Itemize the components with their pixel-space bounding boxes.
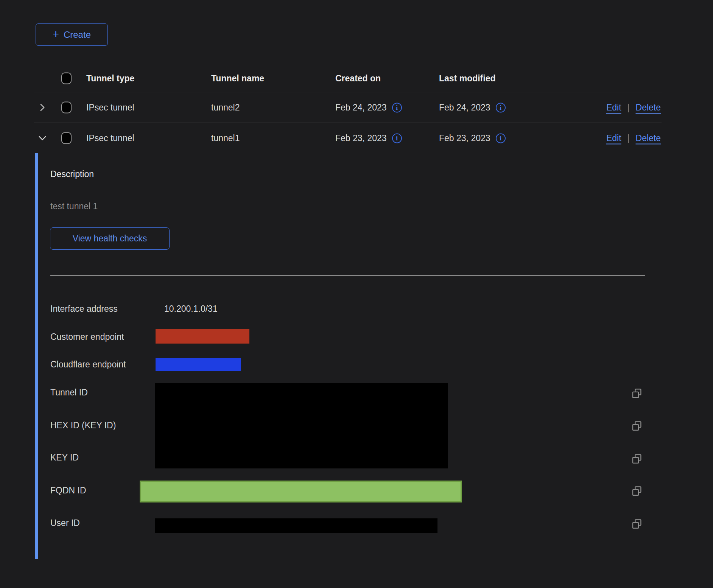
info-icon[interactable]: i [496, 103, 506, 112]
customer-endpoint-label: Customer endpoint [50, 332, 124, 342]
header-tunnel-name: Tunnel name [211, 73, 264, 83]
expanded-row-accent-bar [35, 153, 38, 559]
fqdn-id-redacted-value [140, 481, 462, 502]
tunnel-name-cell: tunnel2 [211, 103, 240, 113]
user-id-label: User ID [50, 518, 80, 528]
info-icon[interactable]: i [496, 133, 506, 143]
cloudflare-endpoint-redacted-value [156, 358, 241, 371]
created-on-date: Feb 24, 2023 [335, 103, 387, 113]
info-icon[interactable]: i [392, 103, 402, 112]
hex-id-label: HEX ID (KEY ID) [50, 420, 116, 431]
copy-user-id-icon[interactable] [631, 518, 643, 530]
action-separator: | [627, 133, 630, 143]
chevron-right-icon[interactable] [37, 102, 48, 113]
last-modified-cell: Feb 23, 2023 i [439, 133, 506, 143]
fqdn-id-label: FQDN ID [50, 485, 86, 496]
table-row: IPsec tunnel tunnel1 Feb 23, 2023 i Feb … [34, 123, 662, 153]
description-value: test tunnel 1 [50, 201, 98, 212]
cloudflare-endpoint-label: Cloudflare endpoint [50, 359, 126, 370]
table-header-row: Tunnel type Tunnel name Created on Last … [34, 64, 662, 92]
edit-link[interactable]: Edit [606, 103, 621, 113]
interface-address-value: 10.200.1.0/31 [164, 304, 218, 314]
select-all-checkbox[interactable] [61, 72, 72, 84]
row-actions: Edit | Delete [606, 103, 661, 113]
copy-key-id-icon[interactable] [631, 453, 643, 465]
section-divider [50, 275, 645, 276]
create-button-label: Create [64, 30, 91, 40]
chevron-down-icon[interactable] [37, 133, 48, 143]
tunnels-table: Tunnel type Tunnel name Created on Last … [34, 64, 662, 559]
copy-hex-id-icon[interactable] [631, 420, 643, 432]
select-row-checkbox[interactable] [61, 102, 72, 114]
last-modified-date: Feb 24, 2023 [439, 103, 490, 113]
copy-tunnel-id-icon[interactable] [631, 388, 643, 399]
create-button[interactable]: + Create [36, 23, 108, 46]
header-created-on: Created on [335, 73, 381, 83]
created-on-cell: Feb 24, 2023 i [335, 103, 402, 113]
select-row-checkbox[interactable] [61, 132, 72, 144]
interface-address-label: Interface address [50, 304, 118, 314]
copy-fqdn-id-icon[interactable] [631, 485, 643, 497]
delete-link[interactable]: Delete [636, 103, 661, 113]
plus-icon: + [53, 28, 59, 40]
last-modified-date: Feb 23, 2023 [439, 133, 490, 143]
view-health-checks-button[interactable]: View health checks [50, 227, 170, 250]
table-row: IPsec tunnel tunnel2 Feb 24, 2023 i Feb … [34, 92, 662, 123]
tunnels-page: + Create Tunnel type Tunnel name Created… [0, 0, 713, 588]
row-actions: Edit | Delete [606, 133, 661, 143]
description-label: Description [50, 169, 94, 179]
customer-endpoint-redacted-value [156, 329, 249, 344]
tunnel-detail-panel: Description test tunnel 1 View health ch… [34, 153, 662, 559]
info-icon[interactable]: i [392, 133, 402, 143]
user-id-redacted-value [155, 518, 437, 533]
delete-link[interactable]: Delete [636, 133, 661, 143]
edit-link[interactable]: Edit [606, 133, 621, 143]
tunnel-name-cell: tunnel1 [211, 133, 240, 143]
last-modified-cell: Feb 24, 2023 i [439, 103, 506, 113]
header-tunnel-type: Tunnel type [86, 73, 134, 83]
action-separator: | [627, 103, 630, 113]
key-id-label: KEY ID [50, 453, 79, 463]
tunnel-type-cell: IPsec tunnel [86, 133, 134, 143]
tunnel-type-cell: IPsec tunnel [86, 103, 134, 113]
ids-redacted-value [155, 383, 448, 468]
created-on-cell: Feb 23, 2023 i [335, 133, 402, 143]
tunnel-id-label: Tunnel ID [50, 387, 88, 398]
header-last-modified: Last modified [439, 73, 496, 83]
created-on-date: Feb 23, 2023 [335, 133, 387, 143]
